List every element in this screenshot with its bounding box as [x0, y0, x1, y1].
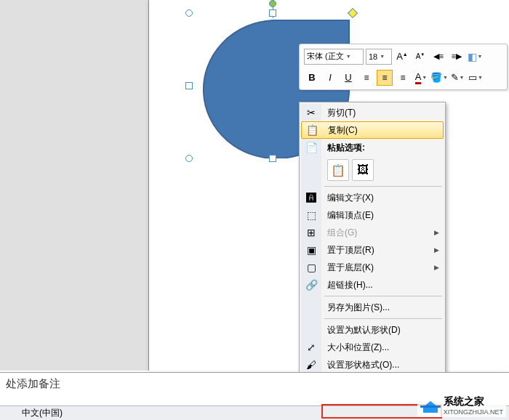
- pencil-icon: ✎: [451, 72, 459, 83]
- menu-paste-options: 📄 粘贴选项:: [301, 139, 444, 156]
- decrease-indent-button[interactable]: ◀≡: [430, 49, 446, 65]
- paste-icon: 📄: [301, 142, 321, 153]
- watermark-url: XITONGZHIJIA.NET: [444, 408, 503, 416]
- decrease-font-button[interactable]: A▼: [412, 49, 428, 65]
- edit-points-icon: ⬚: [301, 209, 321, 221]
- font-size-value: 18: [369, 52, 377, 61]
- send-back-icon: ▢: [301, 262, 321, 273]
- chevron-right-icon: ▶: [434, 264, 444, 271]
- watermark-title: 系统之家: [444, 395, 503, 408]
- chevron-down-icon: ▼: [421, 75, 427, 80]
- align-center-button[interactable]: ≡: [377, 70, 393, 86]
- shape-fill-button[interactable]: 🪣▼: [431, 70, 447, 86]
- picture-icon: 🖼: [357, 163, 369, 177]
- format-icon: 🖌: [301, 359, 321, 371]
- resize-handle-bl[interactable]: [185, 155, 193, 162]
- menu-size-position[interactable]: ⤢ 大小和位置(Z)...: [301, 339, 444, 356]
- menu-edit-text[interactable]: 🅰 编辑文字(X): [301, 189, 444, 206]
- menu-hyperlink[interactable]: 🔗 超链接(H)...: [301, 276, 444, 294]
- increase-font-button[interactable]: A▲: [394, 49, 410, 65]
- menu-format-shape[interactable]: 🖌 设置形状格式(O)...: [301, 356, 444, 373]
- italic-button[interactable]: I: [322, 70, 338, 86]
- resize-handle-bc[interactable]: [269, 155, 276, 162]
- mini-toolbar: 宋体 (正文 ▼ 18 ▼ A▲ A▼ ◀≡ ≡▶ ◧▼ B I U ≡ ≡ ≡…: [299, 44, 508, 90]
- shape-outline-button[interactable]: ✎▼: [449, 70, 465, 86]
- side-panel: [0, 0, 149, 371]
- bring-front-icon: ▣: [301, 244, 321, 256]
- resize-handle-tl[interactable]: [185, 9, 193, 17]
- shapes-icon: ▭: [468, 72, 477, 83]
- chevron-down-icon: ▼: [344, 54, 351, 59]
- context-menu: ✂ 剪切(T) 📋 复制(C) 📄 粘贴选项: 📋 🖼 🅰 编辑文字(X) ⬚ …: [299, 102, 446, 376]
- menu-set-default[interactable]: 设置为默认形状(D): [301, 321, 444, 339]
- menu-save-as-picture[interactable]: 另存为图片(S)...: [301, 299, 444, 316]
- align-right-button[interactable]: ≡: [395, 70, 411, 86]
- font-size-dropdown[interactable]: 18 ▼: [366, 49, 392, 65]
- menu-edit-points[interactable]: ⬚ 编辑顶点(E): [301, 206, 444, 224]
- menu-cut[interactable]: ✂ 剪切(T): [301, 104, 444, 121]
- watermark-logo-icon: [420, 397, 441, 414]
- chevron-down-icon: ▼: [442, 75, 448, 80]
- resize-handle-tc[interactable]: [269, 9, 276, 17]
- chevron-down-icon: ▼: [477, 54, 483, 59]
- increase-indent-button[interactable]: ≡▶: [449, 49, 465, 65]
- separator: [324, 186, 442, 187]
- chevron-down-icon: ▼: [377, 54, 385, 59]
- bold-button[interactable]: B: [304, 70, 320, 86]
- notes-panel[interactable]: 处添加备注: [0, 372, 509, 397]
- scissors-icon: ✂: [301, 107, 321, 118]
- font-color-button[interactable]: A▼: [413, 70, 429, 86]
- paint-bucket-icon: 🪣: [430, 72, 442, 83]
- link-icon: 🔗: [301, 279, 321, 291]
- chevron-right-icon: ▶: [434, 246, 444, 254]
- chevron-down-icon: ▼: [459, 75, 465, 80]
- font-name-dropdown[interactable]: 宋体 (正文 ▼: [304, 49, 364, 65]
- menu-group: ⊞ 组合(G) ▶: [301, 224, 444, 241]
- svg-rect-0: [420, 405, 441, 408]
- font-name-value: 宋体 (正文: [307, 51, 344, 62]
- size-icon: ⤢: [301, 342, 321, 353]
- paste-option-2[interactable]: 🖼: [352, 159, 374, 181]
- align-left-button[interactable]: ≡: [358, 70, 374, 86]
- chevron-down-icon: ▼: [477, 75, 483, 80]
- paste-option-1[interactable]: 📋: [327, 159, 349, 181]
- underline-button[interactable]: U: [340, 70, 356, 86]
- menu-bring-front[interactable]: ▣ 置于顶层(R) ▶: [301, 241, 444, 259]
- notes-placeholder: 处添加备注: [6, 377, 60, 389]
- quick-style-button[interactable]: ◧▼: [467, 49, 483, 65]
- watermark: 系统之家 XITONGZHIJIA.NET: [417, 394, 506, 417]
- text-edit-icon: 🅰: [301, 192, 321, 203]
- clipboard-icon: 📋: [331, 163, 345, 177]
- shape-insert-button[interactable]: ▭▼: [468, 70, 484, 86]
- menu-copy[interactable]: 📋 复制(C): [301, 121, 444, 139]
- copy-icon: 📋: [302, 124, 322, 136]
- separator: [324, 318, 442, 319]
- language-indicator[interactable]: 中文(中国): [22, 407, 63, 419]
- group-icon: ⊞: [301, 227, 321, 238]
- chevron-right-icon: ▶: [434, 229, 444, 236]
- rotation-handle[interactable]: [269, 0, 276, 7]
- resize-handle-ml[interactable]: [185, 82, 193, 89]
- separator: [324, 296, 442, 296]
- menu-send-back[interactable]: ▢ 置于底层(K) ▶: [301, 259, 444, 276]
